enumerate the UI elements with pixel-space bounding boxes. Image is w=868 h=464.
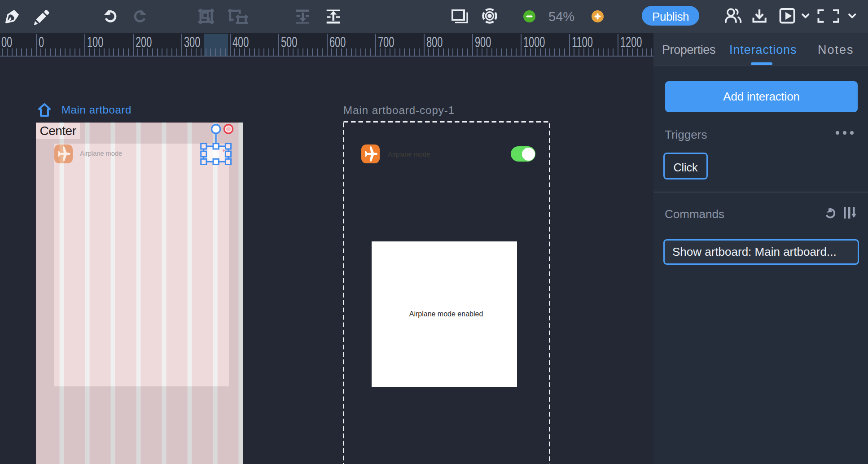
svg-text:Publish: Publish	[652, 10, 689, 23]
svg-text:54%: 54%	[548, 9, 574, 24]
